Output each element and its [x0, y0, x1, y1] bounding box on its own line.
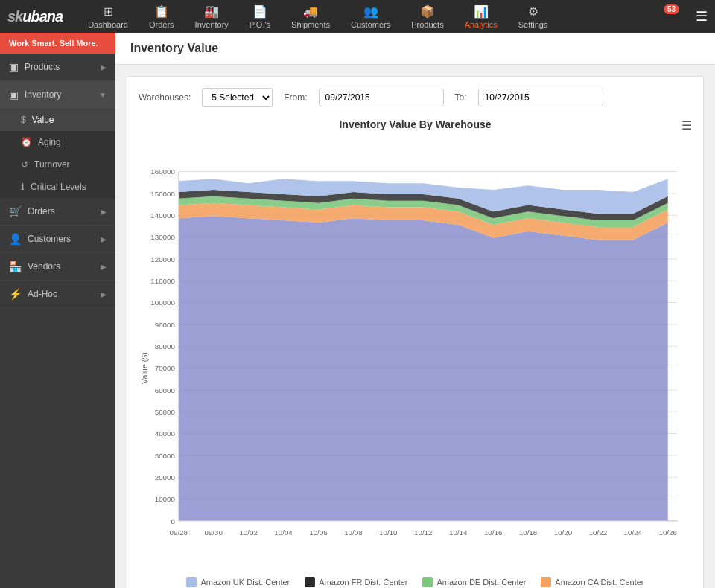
svg-text:10/10: 10/10: [379, 528, 398, 537]
sidebar-adhoc-label: Ad-Hoc: [28, 289, 57, 299]
from-label: From:: [284, 92, 307, 103]
svg-text:10/12: 10/12: [414, 528, 432, 537]
critical-icon: ℹ: [21, 182, 25, 192]
svg-text:120000: 120000: [150, 255, 175, 263]
nav-settings-label: Settings: [518, 20, 548, 29]
nav-inventory[interactable]: 🏭 Inventory: [185, 1, 239, 32]
layout: Work Smart. Sell More. ▣ Products ▶ ▣ In…: [0, 33, 715, 588]
sidebar-products-label: Products: [25, 62, 60, 72]
sidebar-item-customers[interactable]: 👤 Customers ▶: [0, 226, 115, 253]
adhoc-arrow-icon: ▶: [101, 290, 107, 298]
sidebar-item-inventory[interactable]: ▣ Inventory ▼: [0, 81, 115, 109]
svg-text:40000: 40000: [155, 429, 176, 438]
analytics-icon: 📊: [474, 4, 489, 19]
legend-ca: Amazon CA Dist. Center: [541, 577, 644, 587]
hamburger-button[interactable]: ☰: [696, 8, 708, 25]
sidebar-item-vendors[interactable]: 🏪 Vendors ▶: [0, 253, 115, 281]
nav-products-label: Products: [411, 20, 443, 29]
customers-arrow-icon: ▶: [101, 235, 107, 243]
logo[interactable]: skubana: [7, 8, 63, 25]
sidebar-inventory-label: Inventory: [25, 89, 61, 100]
customers-sidebar-icon: 👤: [9, 233, 22, 245]
inventory-sidebar-icon: ▣: [9, 89, 19, 100]
nav-inventory-label: Inventory: [195, 20, 229, 29]
submenu-critical-levels[interactable]: ℹ Critical Levels: [0, 176, 115, 198]
svg-text:10/06: 10/06: [309, 528, 327, 537]
legend-uk-label: Amazon UK Dist. Center: [200, 578, 290, 587]
to-date-input[interactable]: [478, 89, 603, 106]
sidebar-item-products[interactable]: ▣ Products ▶: [0, 54, 115, 81]
to-label: To:: [455, 92, 467, 103]
pos-icon: 📄: [252, 4, 267, 19]
svg-text:10/04: 10/04: [274, 528, 293, 537]
submenu-turnover-label: Turnover: [34, 159, 70, 170]
nav-badge: 53: [664, 4, 679, 14]
nav-dashboard[interactable]: ⊞ Dashboard: [77, 1, 139, 32]
legend-de: Amazon DE Dist. Center: [422, 577, 526, 587]
svg-text:90000: 90000: [155, 321, 176, 329]
sidebar-item-adhoc[interactable]: ⚡ Ad-Hoc ▶: [0, 281, 115, 308]
legend-fr: Amazon FR Dist. Center: [305, 577, 407, 587]
svg-text:10/26: 10/26: [659, 528, 677, 537]
main-content: Inventory Value Warehouses: 5 Selected F…: [115, 33, 715, 588]
nav-items: ⊞ Dashboard 📋 Orders 🏭 Inventory 📄 P.O.'…: [77, 1, 688, 32]
svg-text:Value ($): Value ($): [140, 352, 149, 384]
submenu-aging[interactable]: ⏰ Aging: [0, 131, 115, 153]
svg-text:10/22: 10/22: [589, 528, 607, 537]
svg-marker-36: [179, 216, 668, 521]
inventory-arrow-icon: ▼: [99, 91, 107, 99]
dashboard-icon: ⊞: [104, 4, 113, 19]
nav-pos[interactable]: 📄 P.O.'s: [239, 1, 281, 32]
sidebar: Work Smart. Sell More. ▣ Products ▶ ▣ In…: [0, 33, 115, 588]
value-icon: $: [21, 115, 26, 125]
chart-svg: Value ($): [139, 138, 692, 569]
warehouse-select[interactable]: 5 Selected: [202, 88, 273, 107]
chart-title-row: Inventory Value By Warehouse ☰: [139, 118, 692, 130]
submenu-value[interactable]: $ Value: [0, 109, 115, 131]
shipments-icon: 🚚: [303, 4, 318, 19]
sidebar-tagline: Work Smart. Sell More.: [0, 33, 115, 54]
svg-text:09/28: 09/28: [170, 528, 188, 537]
from-date-input[interactable]: [319, 89, 444, 106]
nav-shipments[interactable]: 🚚 Shipments: [281, 1, 340, 32]
warehouse-filter-label: Warehouses:: [139, 92, 191, 103]
nav-orders[interactable]: 📋 Orders: [139, 1, 185, 32]
sidebar-orders-label: Orders: [28, 206, 55, 217]
legend-uk-color: [186, 577, 197, 587]
chart-menu-icon[interactable]: ☰: [681, 118, 692, 132]
svg-text:160000: 160000: [150, 168, 175, 176]
submenu-turnover[interactable]: ↺ Turnover: [0, 153, 115, 176]
adhoc-sidebar-icon: ⚡: [9, 288, 22, 300]
submenu-critical-label: Critical Levels: [31, 182, 86, 192]
svg-text:130000: 130000: [150, 233, 175, 241]
nav-customers[interactable]: 👥 Customers: [340, 1, 401, 32]
sidebar-item-orders[interactable]: 🛒 Orders ▶: [0, 198, 115, 226]
inventory-submenu: $ Value ⏰ Aging ↺ Turnover ℹ Critical Le…: [0, 109, 115, 198]
svg-text:70000: 70000: [155, 364, 176, 372]
svg-text:10/02: 10/02: [239, 528, 257, 537]
nav-analytics[interactable]: 📊 Analytics: [454, 1, 508, 32]
submenu-aging-label: Aging: [38, 137, 61, 147]
orders-icon: 📋: [154, 4, 169, 19]
sidebar-customers-label: Customers: [28, 234, 71, 244]
nav-products[interactable]: 📦 Products: [401, 1, 454, 32]
svg-text:10/24: 10/24: [624, 528, 643, 537]
legend-de-label: Amazon DE Dist. Center: [436, 578, 526, 587]
svg-text:100000: 100000: [150, 298, 175, 307]
settings-icon: ⚙: [528, 4, 538, 19]
inventory-icon: 🏭: [204, 4, 219, 19]
products-sidebar-icon: ▣: [9, 61, 19, 73]
svg-text:0: 0: [171, 517, 175, 525]
submenu-value-label: Value: [32, 115, 54, 125]
legend-uk: Amazon UK Dist. Center: [186, 577, 290, 587]
svg-text:10/20: 10/20: [554, 528, 573, 537]
legend-ca-label: Amazon CA Dist. Center: [555, 578, 644, 587]
svg-text:10/08: 10/08: [344, 528, 362, 537]
nav-settings[interactable]: ⚙ Settings: [508, 1, 559, 32]
chart-title: Inventory Value By Warehouse: [339, 118, 491, 130]
svg-text:30000: 30000: [155, 452, 176, 460]
svg-text:110000: 110000: [150, 277, 175, 285]
orders-sidebar-icon: 🛒: [9, 205, 22, 217]
chart-legend: Amazon UK Dist. Center Amazon FR Dist. C…: [139, 577, 692, 588]
legend-fr-label: Amazon FR Dist. Center: [319, 578, 407, 587]
